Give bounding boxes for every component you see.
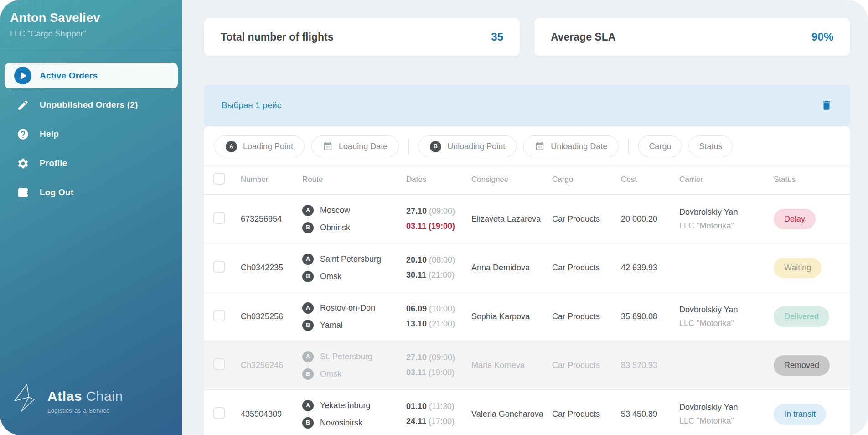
consignee: Maria Korneva	[471, 361, 552, 370]
order-number: 673256954	[241, 214, 302, 224]
route-connector	[308, 412, 309, 416]
filter-loading-date[interactable]: Loading Date	[311, 135, 399, 157]
column-header-dates: Dates	[406, 175, 471, 184]
table-row[interactable]: Ch3256246 ASt. Petersburg BOmsk 27.10 (0…	[204, 341, 850, 390]
carrier-name: Dovbrolskiy Yan	[679, 305, 774, 315]
table-row[interactable]: 435904309 AYekaterinburg BNovosibirsk 01…	[204, 390, 850, 435]
user-company: LLC "Cargo Shipper"	[10, 29, 171, 39]
sidebar-item-label: Unpublished Orders (2)	[40, 100, 138, 110]
row-checkbox[interactable]	[213, 358, 225, 370]
play-icon	[14, 67, 31, 84]
route-to: Omsk	[320, 369, 341, 379]
brand-tagline: Logistics-as-a-Service	[47, 407, 123, 414]
table-row[interactable]: Ch0325256 ARostov-on-Don BYamal 06.09 (1…	[204, 292, 850, 341]
unloading-date: 13.10	[406, 319, 427, 328]
stat-value: 90%	[811, 31, 833, 43]
filter-loading-point[interactable]: A Loading Point	[214, 135, 305, 157]
point-b-badge: B	[302, 320, 314, 331]
dates-cell: 27.10 (09:00) 03.11 (19:00)	[406, 207, 471, 231]
filter-cargo[interactable]: Cargo	[638, 135, 682, 157]
unloading-time: (17:00)	[429, 417, 455, 426]
filters-row: A Loading Point Loading Date B Unloading…	[204, 126, 850, 165]
filter-divider	[408, 138, 409, 155]
loading-date: 01.10	[406, 402, 427, 411]
route-from: Moscow	[320, 206, 350, 215]
brand-name-secondary: Chain	[86, 388, 123, 404]
sidebar-item-log-out[interactable]: Log Out	[5, 180, 178, 205]
brand-logo: Atlas Chain Logistics-as-a-Service	[12, 382, 123, 414]
filter-status[interactable]: Status	[688, 135, 733, 157]
point-b-badge: B	[302, 222, 314, 233]
status-badge: Delivered	[774, 306, 829, 327]
point-a-icon: A	[226, 141, 237, 152]
stat-label: Average SLA	[551, 31, 615, 43]
order-number: Ch0342235	[241, 263, 302, 273]
order-number: Ch0325256	[241, 312, 302, 321]
calendar-icon	[535, 141, 545, 151]
point-b-badge: B	[302, 271, 314, 282]
route-from: Rostov-on-Don	[320, 303, 375, 313]
column-header-cost: Cost	[621, 175, 679, 184]
dates-cell: 06.09 (10:00) 13.10 (21:00)	[406, 304, 471, 329]
filter-label: Unloading Date	[551, 142, 607, 151]
cargo: Car Products	[552, 263, 621, 273]
route-to: Yamal	[320, 321, 343, 330]
row-checkbox[interactable]	[213, 407, 225, 419]
route-cell: AYekaterinburg BNovosibirsk	[302, 400, 406, 429]
sidebar-item-profile[interactable]: Profile	[5, 150, 178, 176]
route-to: Novosibirsk	[320, 418, 362, 428]
point-b-badge: B	[302, 368, 314, 380]
route-connector	[308, 217, 309, 221]
route-connector	[308, 363, 309, 368]
status-badge: Delay	[774, 209, 816, 229]
order-number: Ch3256246	[241, 361, 302, 370]
sidebar-item-label: Active Orders	[40, 71, 98, 81]
delete-selected-button[interactable]	[821, 99, 832, 111]
route-cell: ARostov-on-Don BYamal	[302, 302, 406, 331]
stat-card-total-flights: Total number of flights 35	[204, 18, 520, 56]
gear-icon	[14, 157, 31, 170]
select-all-checkbox[interactable]	[213, 173, 225, 185]
unloading-date: 03.11	[406, 368, 426, 377]
orders-panel: A Loading Point Loading Date B Unloading…	[204, 126, 850, 435]
cost: 20 000.20	[621, 214, 679, 224]
stats-row: Total number of flights 35 Average SLA 9…	[204, 18, 850, 56]
filter-unloading-point[interactable]: B Unloading Point	[418, 135, 517, 157]
cargo: Car Products	[552, 312, 621, 321]
cargo: Car Products	[552, 409, 621, 419]
point-a-badge: A	[302, 351, 314, 362]
carrier-company: LLC "Motorika"	[679, 319, 774, 328]
route-from: St. Petersburg	[320, 352, 372, 362]
column-header-number: Number	[241, 175, 302, 184]
filter-unloading-date[interactable]: Unloading Date	[523, 135, 619, 157]
sidebar-item-active-orders[interactable]: Active Orders	[5, 63, 178, 88]
sidebar-item-help[interactable]: Help	[5, 121, 178, 147]
consignee: Elizaveta Lazareva	[471, 214, 552, 224]
column-header-cargo: Cargo	[552, 175, 621, 184]
carrier-cell: Dovbrolskiy Yan LLC "Motorika"	[679, 305, 774, 328]
cost: 83 570.93	[621, 361, 679, 370]
cargo: Car Products	[552, 214, 621, 224]
sidebar-item-unpublished-orders[interactable]: Unpublished Orders (2)	[5, 92, 178, 118]
table-row[interactable]: 673256954 AMoscow BObninsk 27.10 (09:00)…	[204, 195, 850, 243]
sidebar-nav: Active Orders Unpublished Orders (2) Hel…	[0, 63, 182, 205]
unloading-date: 03.11	[406, 222, 426, 231]
selection-count-text: Выбран 1 рейс	[222, 100, 281, 110]
loading-time: (09:00)	[429, 207, 455, 216]
row-checkbox[interactable]	[213, 212, 225, 224]
help-icon	[14, 128, 31, 140]
stat-label: Total number of flights	[221, 31, 333, 43]
filter-label: Loading Date	[339, 142, 388, 151]
filter-label: Unloading Point	[447, 142, 505, 151]
carrier-cell: Dovbrolskiy Yan LLC "Motorika"	[679, 207, 774, 231]
consignee: Valeria Goncharova	[471, 409, 552, 419]
row-checkbox[interactable]	[213, 310, 225, 321]
point-a-badge: A	[302, 205, 314, 216]
route-from: Yekaterinburg	[320, 401, 370, 410]
row-checkbox[interactable]	[213, 261, 225, 273]
pencil-icon	[14, 99, 31, 111]
loading-date: 27.10	[406, 207, 427, 216]
atlas-chain-logo-icon	[12, 382, 41, 414]
carrier-cell	[679, 363, 774, 368]
table-row[interactable]: Ch0342235 ASaint Petersburg BOmsk 20.10 …	[204, 243, 850, 292]
